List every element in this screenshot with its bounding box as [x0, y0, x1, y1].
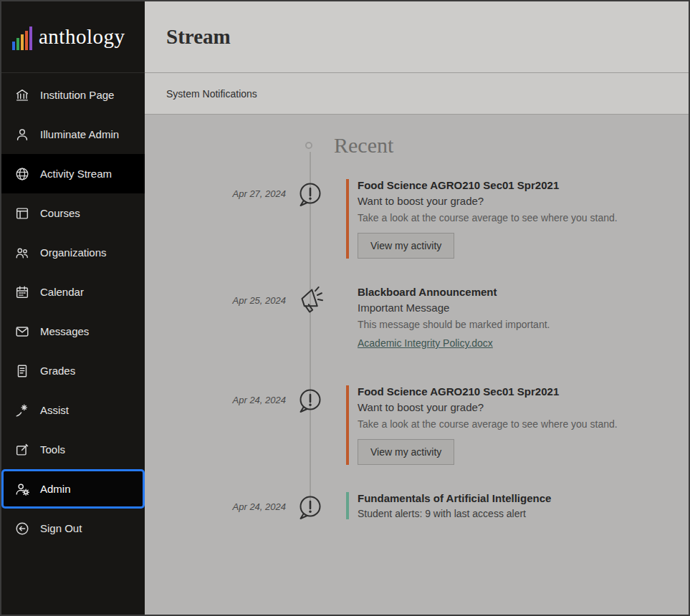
stream-item-subtitle: Want to boost your grade?: [358, 195, 618, 207]
sidebar-item-activity-stream[interactable]: Activity Stream: [1, 154, 145, 193]
stream-item-title: Blackboard Announcement: [358, 286, 550, 298]
sidebar-item-label: Courses: [40, 207, 80, 219]
sidebar: anthology Institution Page Illuminate Ad…: [1, 1, 145, 615]
sidebar-item-messages[interactable]: Messages: [1, 312, 145, 351]
stream-item-body: This message should be marked important.: [358, 319, 550, 330]
stream-card: Fundamentals of Artificial Intelligence …: [346, 492, 551, 519]
sidebar-nav: Institution Page Illuminate Admin Activi…: [1, 73, 145, 548]
stream-item-subtitle: Want to boost your grade?: [358, 401, 618, 413]
stream-item-date: Apr 27, 2024: [145, 179, 286, 199]
organizations-icon: [14, 244, 31, 261]
alert-bubble-icon: [286, 385, 335, 415]
alert-bubble-icon: [286, 179, 335, 208]
person-icon: [14, 126, 31, 143]
sidebar-item-label: Organizations: [40, 246, 107, 259]
announcement-icon: [286, 286, 335, 317]
tab-bar: System Notifications: [145, 73, 689, 115]
stream-item-title: Fundamentals of Artificial Intelligence: [358, 492, 551, 504]
stream-item-date: Apr 24, 2024: [145, 492, 286, 512]
main-panel: Stream System Notifications Recent Apr 2…: [145, 1, 689, 615]
sidebar-item-label: Messages: [40, 325, 89, 337]
sidebar-item-label: Tools: [40, 443, 65, 456]
sidebar-item-courses[interactable]: Courses: [1, 193, 145, 233]
sidebar-item-institution-page[interactable]: Institution Page: [1, 75, 145, 115]
assist-sparkle-icon: [14, 402, 31, 419]
envelope-icon: [14, 323, 31, 340]
sidebar-item-organizations[interactable]: Organizations: [1, 233, 145, 272]
stream-item-title: Food Science AGRO210 Sec01 Spr2021: [358, 179, 618, 191]
sidebar-item-sign-out[interactable]: Sign Out: [1, 509, 145, 548]
sidebar-item-label: Illuminate Admin: [40, 128, 119, 140]
institution-icon: [14, 87, 31, 104]
calendar-icon: [14, 284, 31, 301]
stream-item-subtitle: Student alerts: 9 with last access alert: [358, 508, 551, 519]
sidebar-item-label: Assist: [40, 404, 69, 416]
stream-item: Apr 24, 2024 Fundamentals of Artificial …: [145, 492, 689, 521]
sidebar-item-illuminate-admin[interactable]: Illuminate Admin: [1, 115, 145, 154]
courses-icon: [14, 205, 31, 222]
sidebar-item-label: Institution Page: [40, 89, 114, 101]
sidebar-item-label: Admin: [40, 483, 71, 495]
sidebar-item-label: Sign Out: [40, 522, 82, 534]
timeline-start-dot: [305, 142, 312, 149]
sidebar-item-grades[interactable]: Grades: [1, 351, 145, 390]
stream-item-body: Take a look at the course average to see…: [358, 418, 618, 430]
stream-item-date: Apr 24, 2024: [145, 385, 286, 405]
sidebar-item-label: Activity Stream: [40, 168, 112, 180]
page-title: Stream: [166, 25, 231, 49]
admin-person-gear-icon: [14, 481, 31, 498]
stream-card: Food Science AGRO210 Sec01 Spr2021 Want …: [346, 385, 618, 465]
alert-bubble-icon: [286, 492, 335, 521]
globe-icon: [14, 165, 31, 183]
view-my-activity-button[interactable]: View my activity: [358, 439, 454, 465]
sidebar-item-admin[interactable]: Admin: [1, 469, 145, 509]
stream-item: Apr 25, 2024 Blackboard Announcement Imp…: [145, 286, 689, 350]
sidebar-item-calendar[interactable]: Calendar: [1, 272, 145, 312]
stream-item: Apr 27, 2024 Food Science AGRO210 Sec01 …: [145, 179, 689, 259]
stream-content: Recent Apr 27, 2024 Food Science AGRO210…: [145, 115, 689, 615]
stream-item-title: Food Science AGRO210 Sec01 Spr2021: [358, 385, 618, 398]
sidebar-item-assist[interactable]: Assist: [1, 390, 145, 430]
anthology-logo-text: anthology: [39, 25, 125, 49]
stream-card: Blackboard Announcement Important Messag…: [346, 286, 550, 350]
sidebar-item-label: Calendar: [40, 286, 84, 298]
stream-item: Apr 24, 2024 Food Science AGRO210 Sec01 …: [145, 385, 689, 465]
attachment-link[interactable]: Academic Integrity Policy.docx: [358, 337, 493, 349]
grades-document-icon: [14, 362, 31, 380]
sign-out-arrow-icon: [14, 520, 31, 537]
view-my-activity-button[interactable]: View my activity: [358, 233, 454, 259]
anthology-logo[interactable]: anthology: [1, 1, 145, 73]
stream-item-body: Take a look at the course average to see…: [358, 212, 618, 223]
tools-pencil-icon: [14, 441, 31, 458]
stream-item-date: Apr 25, 2024: [145, 286, 286, 306]
page-header: Stream: [145, 1, 689, 73]
sidebar-item-tools[interactable]: Tools: [1, 430, 145, 469]
tab-system-notifications[interactable]: System Notifications: [166, 88, 257, 100]
sidebar-item-label: Grades: [40, 365, 75, 377]
recent-section-title: Recent: [334, 133, 689, 158]
app-window: anthology Institution Page Illuminate Ad…: [0, 0, 690, 616]
stream-card: Food Science AGRO210 Sec01 Spr2021 Want …: [346, 179, 618, 259]
anthology-logo-icon: [12, 24, 32, 50]
stream-item-subtitle: Important Message: [358, 302, 550, 314]
